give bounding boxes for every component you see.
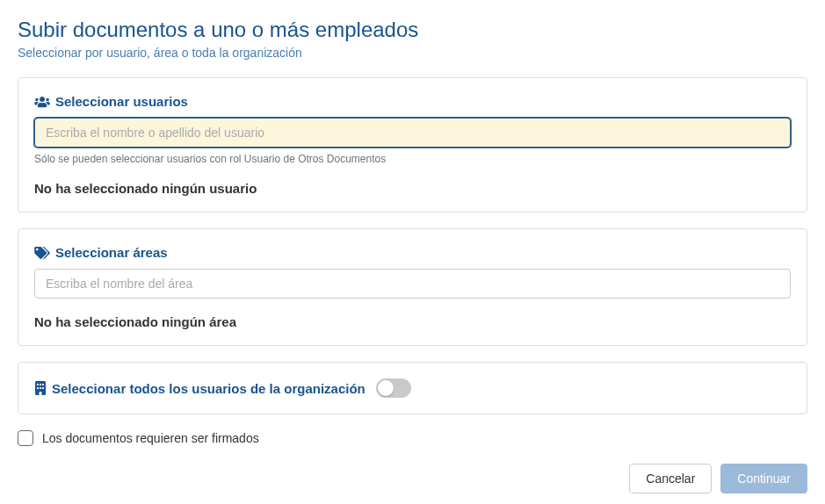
tags-icon [34, 247, 50, 259]
continue-button[interactable]: Continuar [720, 464, 807, 493]
areas-card: Seleccionar áreas No ha seleccionado nin… [18, 228, 807, 346]
users-section-label: Seleccionar usuarios [55, 94, 188, 109]
page-subtitle: Seleccionar por usuario, área o toda la … [18, 46, 807, 60]
signature-checkbox-label: Los documentos requieren ser firmados [42, 431, 259, 445]
signature-checkbox-row: Los documentos requieren ser firmados [18, 430, 807, 446]
users-helper-text: Sólo se pueden seleccionar usuarios con … [34, 153, 791, 165]
users-icon [34, 96, 50, 108]
areas-search-input[interactable] [34, 269, 791, 299]
areas-section-label: Seleccionar áreas [55, 245, 168, 260]
button-row: Cancelar Continuar [18, 464, 807, 493]
org-toggle-knob [378, 380, 394, 396]
cancel-button[interactable]: Cancelar [629, 464, 712, 493]
areas-empty-state: No ha seleccionado ningún área [34, 314, 791, 329]
areas-section-header: Seleccionar áreas [34, 245, 791, 260]
signature-checkbox[interactable] [18, 430, 33, 446]
users-empty-state: No ha seleccionado ningún usuario [34, 181, 791, 196]
org-toggle[interactable] [376, 378, 411, 398]
org-section-header: Seleccionar todos los usuarios de la org… [34, 381, 365, 396]
users-section-header: Seleccionar usuarios [34, 94, 791, 109]
users-search-input[interactable] [34, 118, 791, 148]
org-section-label: Seleccionar todos los usuarios de la org… [52, 381, 365, 396]
building-icon [34, 381, 47, 395]
page-title: Subir documentos a uno o más empleados [18, 18, 807, 42]
users-card: Seleccionar usuarios Sólo se pueden sele… [18, 77, 807, 212]
org-card: Seleccionar todos los usuarios de la org… [18, 362, 807, 414]
